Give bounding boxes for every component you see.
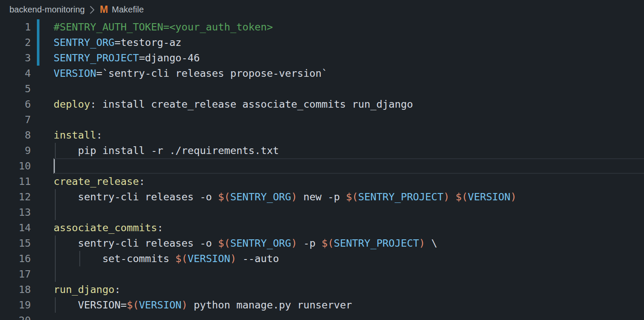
code-token: $( — [218, 237, 230, 249]
code-token: SENTRY_PROJECT — [54, 52, 139, 64]
code-line[interactable]: 16 set-commits $(VERSION) --auto — [0, 251, 644, 266]
line-number[interactable]: 16 — [0, 251, 31, 266]
code-line[interactable]: 3SENTRY_PROJECT=django-46 — [0, 50, 644, 66]
code-token: $( — [346, 191, 358, 203]
code-token: : — [114, 284, 120, 296]
modified-lines-indicator — [37, 19, 39, 66]
line-number[interactable]: 13 — [0, 205, 31, 220]
line-number[interactable]: 7 — [0, 112, 31, 127]
code-token: \ — [425, 237, 437, 249]
code-line[interactable]: 12 sentry-cli releases -o $(SENTRY_ORG) … — [0, 189, 644, 205]
line-content[interactable]: create_release: — [54, 174, 145, 189]
line-content[interactable]: associate_commits: — [54, 220, 163, 235]
line-number[interactable]: 10 — [0, 158, 31, 174]
text-cursor — [54, 158, 55, 174]
code-line[interactable]: 13 — [0, 205, 644, 220]
code-token: $( — [218, 191, 230, 203]
line-content[interactable]: deploy: install create_release associate… — [54, 97, 413, 112]
code-token: create_release — [54, 175, 139, 187]
code-line[interactable]: 18run_django: — [0, 282, 644, 297]
line-content[interactable]: install: — [54, 127, 102, 143]
code-token: =testorg-az — [114, 36, 181, 48]
code-token: : — [157, 222, 163, 234]
code-line[interactable]: 17 — [0, 266, 644, 282]
line-number[interactable]: 1 — [0, 19, 31, 35]
code-line[interactable]: 8install: — [0, 127, 644, 143]
line-content[interactable]: #SENTRY_AUTH_TOKEN=<your_auth_token> — [54, 19, 273, 35]
code-line[interactable]: 6deploy: install create_release associat… — [0, 97, 644, 112]
breadcrumb-file[interactable]: M Makefile — [100, 5, 144, 15]
code-area[interactable]: 1#SENTRY_AUTH_TOKEN=<your_auth_token>2SE… — [0, 19, 644, 320]
line-content[interactable]: SENTRY_PROJECT=django-46 — [54, 50, 200, 66]
code-token: deploy — [54, 98, 90, 110]
line-content[interactable]: pip install -r ./requirements.txt — [54, 143, 279, 158]
code-token: =django-46 — [139, 52, 200, 64]
code-token: run_django — [54, 284, 114, 296]
line-number[interactable]: 18 — [0, 282, 31, 297]
code-token: VERSION — [139, 299, 181, 311]
line-number[interactable]: 9 — [0, 143, 31, 158]
code-token: SENTRY_PROJECT — [334, 237, 419, 249]
code-line[interactable]: 20 — [0, 313, 644, 320]
code-token: new -p — [297, 191, 346, 203]
line-content[interactable]: VERSION=$(VERSION) python manage.py runs… — [54, 297, 352, 313]
code-line[interactable]: 10 — [0, 158, 644, 174]
code-line[interactable]: 15 sentry-cli releases -o $(SENTRY_ORG) … — [0, 235, 644, 251]
line-number[interactable]: 11 — [0, 174, 31, 189]
line-content[interactable]: set-commits $(VERSION) --auto — [54, 251, 279, 266]
line-number[interactable]: 2 — [0, 35, 31, 50]
code-line[interactable]: 4VERSION=`sentry-cli releases propose-ve… — [0, 66, 644, 81]
code-token: #SENTRY_AUTH_TOKEN=<your_auth_token> — [54, 21, 273, 33]
line-number[interactable]: 19 — [0, 297, 31, 313]
breadcrumb: backend-monitoring M Makefile — [0, 0, 644, 19]
line-number[interactable]: 17 — [0, 266, 31, 282]
code-token: ) — [291, 237, 297, 249]
code-token: pip install -r ./requirements.txt — [54, 145, 279, 157]
code-line[interactable]: 7 — [0, 112, 644, 127]
code-token: sentry-cli releases -o — [54, 237, 218, 249]
code-token: install — [54, 129, 96, 141]
code-token: SENTRY_ORG — [230, 191, 291, 203]
code-token: : — [139, 175, 145, 187]
code-token: ) — [291, 191, 297, 203]
code-token: $( — [126, 299, 138, 311]
indent-guide — [55, 205, 56, 220]
code-line[interactable]: 14associate_commits: — [0, 220, 644, 235]
code-token: VERSION — [188, 253, 230, 265]
code-token: --auto — [236, 253, 279, 265]
line-number[interactable]: 4 — [0, 66, 31, 81]
line-content[interactable]: run_django: — [54, 282, 120, 297]
line-content[interactable]: sentry-cli releases -o $(SENTRY_ORG) -p … — [54, 235, 437, 251]
code-token: set-commits — [54, 253, 175, 265]
line-content[interactable]: VERSION=`sentry-cli releases propose-ver… — [54, 66, 328, 81]
breadcrumb-file-label: Makefile — [112, 5, 144, 15]
code-token: : — [96, 129, 102, 141]
line-number[interactable]: 5 — [0, 81, 31, 97]
breadcrumb-folder[interactable]: backend-monitoring — [9, 5, 85, 15]
code-line[interactable]: 5 — [0, 81, 644, 97]
editor-root: backend-monitoring M Makefile 1#SENTRY_A… — [0, 0, 644, 320]
makefile-icon: M — [100, 5, 108, 15]
code-line[interactable]: 11create_release: — [0, 174, 644, 189]
code-token: SENTRY_ORG — [54, 36, 114, 48]
code-token: python manage.py runserver — [188, 299, 352, 311]
code-line[interactable]: 19 VERSION=$(VERSION) python manage.py r… — [0, 297, 644, 313]
line-content[interactable]: sentry-cli releases -o $(SENTRY_ORG) new… — [54, 189, 517, 205]
code-token: ) — [230, 253, 236, 265]
line-content[interactable]: SENTRY_ORG=testorg-az — [54, 35, 181, 50]
line-number[interactable]: 15 — [0, 235, 31, 251]
line-number[interactable]: 12 — [0, 189, 31, 205]
code-token: SENTRY_ORG — [230, 237, 291, 249]
code-token: $( — [322, 237, 334, 249]
line-number[interactable]: 20 — [0, 313, 31, 320]
line-number[interactable]: 14 — [0, 220, 31, 235]
code-token — [449, 191, 455, 203]
code-line[interactable]: 2SENTRY_ORG=testorg-az — [0, 35, 644, 50]
code-token: =`sentry-cli releases propose-version` — [96, 67, 328, 79]
line-number[interactable]: 8 — [0, 127, 31, 143]
code-token: ) — [419, 237, 425, 249]
code-line[interactable]: 9 pip install -r ./requirements.txt — [0, 143, 644, 158]
line-number[interactable]: 3 — [0, 50, 31, 66]
line-number[interactable]: 6 — [0, 97, 31, 112]
code-line[interactable]: 1#SENTRY_AUTH_TOKEN=<your_auth_token> — [0, 19, 644, 35]
